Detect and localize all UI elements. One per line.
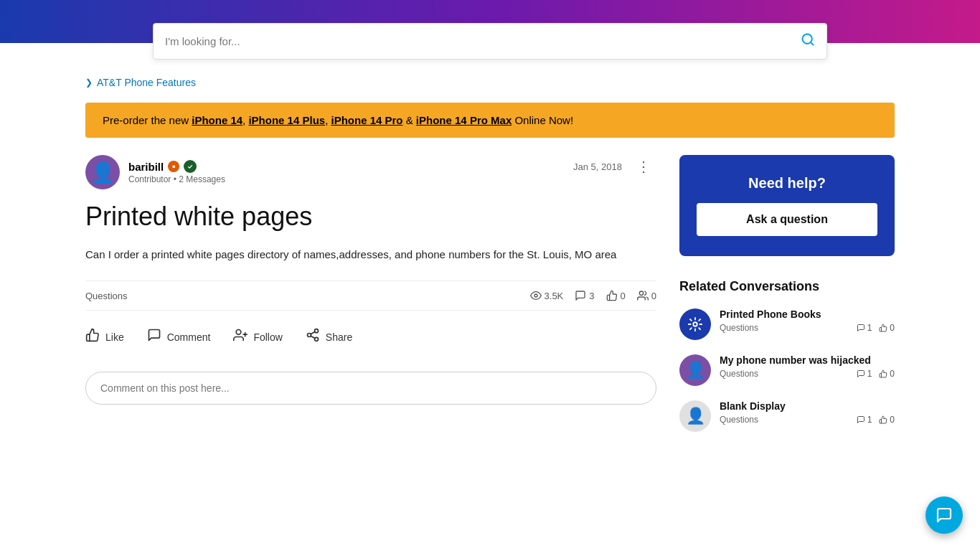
likes-count: 0 <box>621 291 626 301</box>
search-box <box>153 23 827 60</box>
related-avatar-3: 👤 <box>679 400 711 432</box>
author-name-row: baribill ● <box>128 160 225 173</box>
svg-line-11 <box>311 336 315 338</box>
svg-line-1 <box>811 42 814 45</box>
post-title: Printed white pages <box>85 201 656 232</box>
svg-point-3 <box>534 294 537 297</box>
action-bar: Like Comment <box>85 319 656 354</box>
related-avatar-2: 👤 <box>679 354 711 386</box>
comment-label: Comment <box>167 331 211 343</box>
related-avatar-1 <box>679 309 711 340</box>
promo-iphone14pro-link[interactable]: iPhone 14 Pro <box>331 114 402 126</box>
breadcrumb: ❯ AT&T Phone Features <box>85 77 895 88</box>
related-item[interactable]: Printed Phone Books Questions 1 0 <box>679 309 895 340</box>
sidebar: Need help? Ask a question Related Conver… <box>679 155 895 446</box>
related-item[interactable]: 👤 My phone number was hijacked Questions… <box>679 354 895 386</box>
related-content-2: My phone number was hijacked Questions 1… <box>720 354 895 379</box>
comments-count: 3 <box>589 291 594 301</box>
author-info: 👤 baribill ● Contributor • 2 Messag <box>85 155 225 189</box>
follow-button[interactable]: Follow <box>233 328 282 346</box>
promo-iphone14promax-link[interactable]: iPhone 14 Pro Max <box>416 114 512 126</box>
comment-button[interactable]: Comment <box>147 328 211 346</box>
related-stats-3: 1 0 <box>857 415 895 425</box>
related-meta-1: Questions 1 0 <box>720 323 895 333</box>
related-conversations: Related Conversations Printed Phone Book… <box>679 279 895 432</box>
comments-stat: 3 <box>575 290 594 301</box>
promo-banner-inner: Pre-order the new iPhone 14, iPhone 14 P… <box>85 103 895 138</box>
related-comments-3: 1 <box>857 415 872 425</box>
follows-icon <box>637 290 649 301</box>
follow-label: Follow <box>253 331 282 343</box>
likes-stat: 0 <box>606 290 626 301</box>
comment-icon <box>147 328 161 346</box>
related-content-3: Blank Display Questions 1 0 <box>720 400 895 425</box>
related-likes-1: 0 <box>879 323 895 333</box>
badge-orange-icon: ● <box>168 161 179 172</box>
main-layout: 👤 baribill ● Contributor • 2 Messag <box>74 155 906 446</box>
search-icon[interactable] <box>801 32 815 50</box>
related-tag-2: Questions <box>720 369 758 379</box>
search-input[interactable] <box>165 35 801 47</box>
author-name: baribill <box>128 161 164 173</box>
author-meta: Contributor • 2 Messages <box>128 174 225 184</box>
views-count: 3.5K <box>545 291 564 301</box>
svg-point-2 <box>187 163 194 170</box>
post-stats: Questions 3.5K 3 <box>85 281 656 311</box>
svg-line-12 <box>311 332 315 334</box>
svg-point-4 <box>639 291 643 295</box>
related-likes-3: 0 <box>879 415 895 425</box>
breadcrumb-link[interactable]: AT&T Phone Features <box>97 77 196 88</box>
avatar: 👤 <box>85 155 120 189</box>
svg-point-5 <box>237 330 242 335</box>
related-post-title-1: Printed Phone Books <box>720 309 895 320</box>
promo-iphone14-link[interactable]: iPhone 14 <box>192 114 242 126</box>
share-button[interactable]: Share <box>306 328 352 346</box>
related-tag-1: Questions <box>720 323 758 333</box>
views-stat: 3.5K <box>530 290 564 301</box>
related-post-title-2: My phone number was hijacked <box>720 354 895 366</box>
breadcrumb-container: ❯ AT&T Phone Features <box>74 77 906 88</box>
post-body: Can I order a printed white pages direct… <box>85 246 656 263</box>
promo-banner: Pre-order the new iPhone 14, iPhone 14 P… <box>74 103 906 138</box>
badge-verified-icon <box>184 160 197 173</box>
related-conversations-title: Related Conversations <box>679 279 895 294</box>
related-stats-1: 1 0 <box>857 323 895 333</box>
follows-count: 0 <box>651 291 656 301</box>
like-label: Like <box>105 331 124 343</box>
related-meta-3: Questions 1 0 <box>720 415 895 425</box>
comment-input[interactable] <box>85 372 656 405</box>
need-help-panel: Need help? Ask a question <box>679 155 895 256</box>
stats-icons: 3.5K 3 0 <box>530 290 656 301</box>
like-button[interactable]: Like <box>85 328 124 346</box>
likes-icon <box>606 290 618 301</box>
related-likes-2: 0 <box>879 369 895 379</box>
share-icon <box>306 328 320 346</box>
follow-icon <box>233 328 248 346</box>
author-details: baribill ● Contributor • 2 Messages <box>128 160 225 184</box>
post-area: 👤 baribill ● Contributor • 2 Messag <box>85 155 656 446</box>
promo-iphone14plus-link[interactable]: iPhone 14 Plus <box>248 114 325 126</box>
related-comments-2: 1 <box>857 369 872 379</box>
ask-question-button[interactable]: Ask a question <box>697 203 877 236</box>
need-help-title: Need help? <box>697 175 877 192</box>
follows-stat: 0 <box>637 290 656 301</box>
promo-text-prefix: Pre-order the new <box>103 114 192 126</box>
views-icon <box>530 290 542 301</box>
related-meta-2: Questions 1 0 <box>720 369 895 379</box>
related-post-title-3: Blank Display <box>720 400 895 412</box>
more-menu-button[interactable]: ⋮ <box>631 155 656 178</box>
related-item[interactable]: 👤 Blank Display Questions 1 <box>679 400 895 432</box>
related-content-1: Printed Phone Books Questions 1 0 <box>720 309 895 333</box>
promo-text-suffix: Online Now! <box>512 114 573 126</box>
post-tag: Questions <box>85 291 128 301</box>
comments-icon <box>575 290 586 301</box>
search-container <box>0 23 980 60</box>
related-tag-3: Questions <box>720 415 758 425</box>
share-label: Share <box>326 331 352 343</box>
author-row: 👤 baribill ● Contributor • 2 Messag <box>85 155 656 189</box>
like-icon <box>85 328 100 346</box>
breadcrumb-chevron-icon: ❯ <box>85 77 93 88</box>
related-stats-2: 1 0 <box>857 369 895 379</box>
related-comments-1: 1 <box>857 323 872 333</box>
post-date: Jan 5, 2018 <box>573 161 622 172</box>
